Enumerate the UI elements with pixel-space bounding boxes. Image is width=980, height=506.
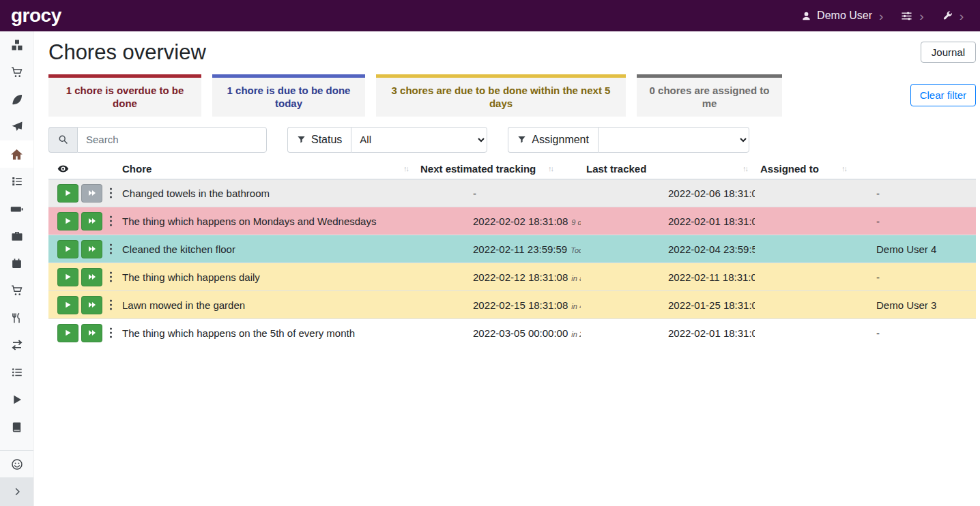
sidebar-expand-toggle[interactable] bbox=[0, 477, 33, 506]
track-chore-button[interactable] bbox=[57, 240, 78, 258]
skip-chore-button[interactable] bbox=[81, 296, 102, 314]
sort-icon: ↑↓ bbox=[403, 164, 409, 173]
list-icon bbox=[11, 366, 23, 378]
leaf-icon bbox=[11, 93, 23, 106]
user-icon bbox=[801, 11, 811, 21]
clear-filter-button[interactable]: Clear filter bbox=[910, 84, 976, 106]
sidebar-item-stock[interactable] bbox=[0, 31, 33, 59]
skip-chore-button[interactable] bbox=[81, 240, 102, 258]
skip-chore-button[interactable] bbox=[81, 324, 102, 342]
track-chore-button[interactable] bbox=[57, 184, 78, 203]
user-name: Demo User bbox=[817, 10, 872, 22]
column-header-chore[interactable]: Chore↑↓ bbox=[117, 159, 415, 179]
status-card-overdue[interactable]: 1 chore is overdue to be done bbox=[48, 74, 201, 117]
sidebar-item-about[interactable] bbox=[0, 450, 33, 477]
actions-cell bbox=[48, 263, 117, 291]
chore-name-cell: The thing which happens on the 5th of ev… bbox=[117, 319, 415, 347]
sidebar-item-inventory[interactable] bbox=[0, 359, 33, 386]
row-menu-icon[interactable] bbox=[109, 271, 113, 283]
column-header-last-tracked[interactable]: Last tracked↑↓ bbox=[581, 159, 755, 179]
skip-chore-button[interactable] bbox=[81, 268, 102, 286]
sidebar-item-consume[interactable] bbox=[0, 304, 33, 331]
status-card-due-soon[interactable]: 3 chores are due to be done within the n… bbox=[376, 74, 626, 117]
actions-cell bbox=[48, 207, 117, 235]
chevron-right-icon bbox=[12, 487, 22, 496]
sidebar-item-chores[interactable] bbox=[0, 140, 33, 168]
sidebar-item-equipment[interactable] bbox=[0, 222, 33, 250]
admin-menu[interactable]: › bbox=[942, 10, 964, 23]
paper-plane-icon bbox=[11, 121, 23, 133]
track-chore-button[interactable] bbox=[57, 212, 78, 230]
column-header-label: Next estimated tracking bbox=[420, 163, 536, 175]
table-header-row: Chore↑↓ Next estimated tracking↑↓ Last t… bbox=[48, 159, 976, 179]
sort-icon: ↑↓ bbox=[841, 164, 848, 173]
user-menu[interactable]: Demo User › bbox=[801, 10, 883, 23]
column-header-label: Assigned to bbox=[760, 163, 819, 175]
sidebar-item-chore-tracking[interactable] bbox=[0, 386, 33, 413]
sidebar-item-calendar[interactable] bbox=[0, 250, 33, 277]
play-icon bbox=[12, 394, 23, 405]
column-header-next-tracking[interactable]: Next estimated tracking↑↓ bbox=[415, 159, 581, 179]
status-card-assigned-to-me[interactable]: 0 chores are assigned to me bbox=[637, 74, 782, 117]
sidebar-item-transfer[interactable] bbox=[0, 331, 33, 359]
status-cards-row: 1 chore is overdue to be done 1 chore is… bbox=[48, 74, 976, 117]
sidebar-item-shopping-list[interactable] bbox=[0, 59, 33, 86]
chore-row: The thing which happens on the 5th of ev… bbox=[48, 319, 976, 347]
sidebar-item-meal-plan[interactable] bbox=[0, 113, 33, 140]
book-icon bbox=[11, 421, 23, 433]
sidebar-item-tasks[interactable] bbox=[0, 168, 33, 195]
next-tracking-cell: 2022-02-15 18:31:08in 4 days bbox=[415, 291, 581, 319]
assigned-to-cell: - bbox=[755, 263, 976, 291]
sidebar-item-recipes[interactable] bbox=[0, 86, 33, 113]
track-chore-button[interactable] bbox=[57, 296, 78, 314]
grocy-logo[interactable]: grocy bbox=[11, 6, 61, 25]
shopping-cart-icon bbox=[11, 66, 23, 78]
main-content: Chores overview Journal 1 chore is overd… bbox=[34, 31, 980, 506]
top-navbar: grocy Demo User › › › bbox=[0, 0, 980, 31]
chore-row: The thing which happens daily 2022-02-12… bbox=[48, 263, 976, 291]
smiley-icon bbox=[11, 458, 23, 471]
actions-cell bbox=[48, 319, 117, 347]
column-visibility-header[interactable] bbox=[48, 159, 117, 179]
status-card-label: 0 chores are assigned to me bbox=[650, 85, 770, 109]
assignment-filter-group: Assignment bbox=[508, 127, 749, 153]
skip-chore-button[interactable] bbox=[81, 212, 102, 230]
next-tracking-cell: 2022-02-11 23:59:59Today bbox=[415, 235, 581, 263]
row-menu-icon[interactable] bbox=[109, 299, 113, 311]
track-chore-button[interactable] bbox=[57, 324, 78, 342]
exchange-arrows-icon bbox=[11, 339, 23, 351]
shopping-cart-icon bbox=[11, 284, 23, 297]
funnel-icon bbox=[297, 135, 306, 144]
battery-icon bbox=[10, 203, 23, 215]
last-tracked-cell: 2022-02-06 18:31:085 days ago bbox=[581, 179, 755, 207]
row-menu-icon[interactable] bbox=[109, 187, 113, 199]
row-menu-icon[interactable] bbox=[109, 327, 113, 339]
last-tracked-cell: 2022-02-11 18:31:08Today bbox=[581, 263, 755, 291]
sidebar-item-journal[interactable] bbox=[0, 413, 33, 441]
assignment-select[interactable] bbox=[598, 127, 749, 153]
filter-label-text: Assignment bbox=[532, 134, 589, 146]
page-title: Chores overview bbox=[48, 40, 206, 65]
column-header-assigned-to[interactable]: Assigned to↑↓ bbox=[755, 159, 976, 179]
sidebar-item-batteries[interactable] bbox=[0, 195, 33, 222]
status-select[interactable]: All bbox=[351, 127, 487, 153]
sidebar-item-purchase[interactable] bbox=[0, 277, 33, 304]
actions-cell bbox=[48, 291, 117, 319]
boxes-icon bbox=[11, 39, 23, 51]
assigned-to-cell: Demo User 3 bbox=[755, 291, 976, 319]
status-filter-group: Status All bbox=[287, 127, 487, 153]
funnel-icon bbox=[517, 135, 526, 144]
eye-icon bbox=[57, 163, 111, 175]
skip-chore-button[interactable] bbox=[81, 184, 102, 203]
row-menu-icon[interactable] bbox=[109, 243, 113, 255]
search-input[interactable] bbox=[77, 127, 267, 153]
briefcase-icon bbox=[11, 230, 23, 242]
settings-menu[interactable]: › bbox=[901, 10, 923, 23]
search-icon bbox=[48, 127, 77, 153]
journal-button[interactable]: Journal bbox=[921, 42, 976, 63]
chore-row: Lawn mowed in the garden 2022-02-15 18:3… bbox=[48, 291, 976, 319]
next-tracking-cell: 2022-02-12 18:31:08in a day bbox=[415, 263, 581, 291]
row-menu-icon[interactable] bbox=[109, 215, 113, 227]
status-card-due-today[interactable]: 1 chore is due to be done today bbox=[212, 74, 365, 117]
track-chore-button[interactable] bbox=[57, 268, 78, 286]
